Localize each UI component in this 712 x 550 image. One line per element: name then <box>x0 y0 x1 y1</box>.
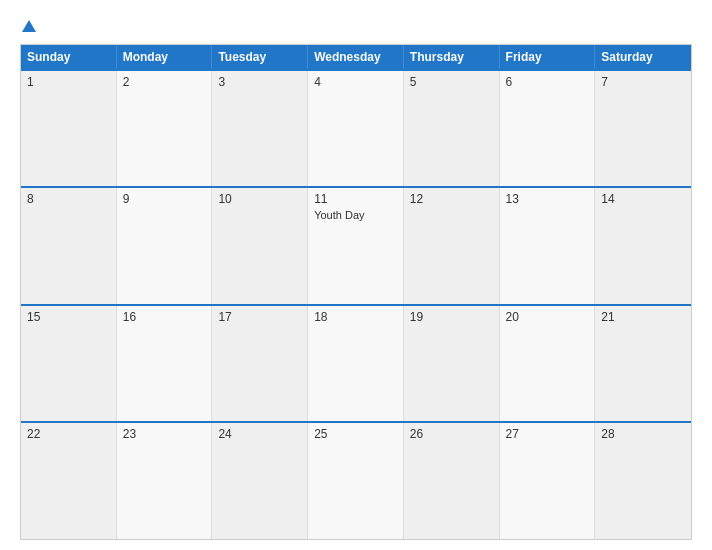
header <box>20 18 692 36</box>
day-cell-21: 21 <box>595 306 691 422</box>
day-cell-7: 7 <box>595 71 691 187</box>
day-cell-15: 15 <box>21 306 117 422</box>
day-cell-10: 10 <box>212 188 308 304</box>
day-number: 3 <box>218 75 301 89</box>
day-header-tuesday: Tuesday <box>212 45 308 69</box>
day-header-wednesday: Wednesday <box>308 45 404 69</box>
day-header-friday: Friday <box>500 45 596 69</box>
day-header-thursday: Thursday <box>404 45 500 69</box>
day-cell-22: 22 <box>21 423 117 539</box>
day-number: 24 <box>218 427 301 441</box>
day-number: 13 <box>506 192 589 206</box>
day-cell-18: 18 <box>308 306 404 422</box>
day-cell-8: 8 <box>21 188 117 304</box>
day-number: 17 <box>218 310 301 324</box>
day-number: 1 <box>27 75 110 89</box>
day-cell-25: 25 <box>308 423 404 539</box>
day-number: 26 <box>410 427 493 441</box>
day-number: 21 <box>601 310 685 324</box>
day-cell-14: 14 <box>595 188 691 304</box>
day-cell-27: 27 <box>500 423 596 539</box>
calendar-page: SundayMondayTuesdayWednesdayThursdayFrid… <box>0 0 712 550</box>
day-cell-12: 12 <box>404 188 500 304</box>
day-number: 28 <box>601 427 685 441</box>
week-row-1: 891011Youth Day121314 <box>21 186 691 304</box>
day-number: 25 <box>314 427 397 441</box>
day-number: 4 <box>314 75 397 89</box>
day-cell-3: 3 <box>212 71 308 187</box>
logo-top <box>20 18 36 36</box>
day-cell-20: 20 <box>500 306 596 422</box>
day-number: 20 <box>506 310 589 324</box>
calendar: SundayMondayTuesdayWednesdayThursdayFrid… <box>20 44 692 540</box>
day-number: 14 <box>601 192 685 206</box>
calendar-header-row: SundayMondayTuesdayWednesdayThursdayFrid… <box>21 45 691 69</box>
day-header-sunday: Sunday <box>21 45 117 69</box>
day-number: 16 <box>123 310 206 324</box>
logo <box>20 18 36 36</box>
day-cell-4: 4 <box>308 71 404 187</box>
day-cell-1: 1 <box>21 71 117 187</box>
day-header-saturday: Saturday <box>595 45 691 69</box>
week-row-0: 1234567 <box>21 69 691 187</box>
day-cell-23: 23 <box>117 423 213 539</box>
day-number: 5 <box>410 75 493 89</box>
day-cell-5: 5 <box>404 71 500 187</box>
day-number: 8 <box>27 192 110 206</box>
day-cell-9: 9 <box>117 188 213 304</box>
day-number: 6 <box>506 75 589 89</box>
day-cell-26: 26 <box>404 423 500 539</box>
event-label: Youth Day <box>314 209 364 221</box>
day-header-monday: Monday <box>117 45 213 69</box>
day-number: 10 <box>218 192 301 206</box>
day-number: 7 <box>601 75 685 89</box>
day-cell-13: 13 <box>500 188 596 304</box>
day-cell-19: 19 <box>404 306 500 422</box>
calendar-body: 1234567891011Youth Day121314151617181920… <box>21 69 691 539</box>
day-number: 19 <box>410 310 493 324</box>
day-number: 12 <box>410 192 493 206</box>
day-number: 27 <box>506 427 589 441</box>
week-row-2: 15161718192021 <box>21 304 691 422</box>
day-cell-11: 11Youth Day <box>308 188 404 304</box>
day-cell-17: 17 <box>212 306 308 422</box>
day-cell-16: 16 <box>117 306 213 422</box>
day-number: 22 <box>27 427 110 441</box>
day-number: 23 <box>123 427 206 441</box>
day-cell-28: 28 <box>595 423 691 539</box>
day-number: 11 <box>314 192 397 206</box>
day-number: 15 <box>27 310 110 324</box>
day-cell-2: 2 <box>117 71 213 187</box>
week-row-3: 22232425262728 <box>21 421 691 539</box>
day-number: 9 <box>123 192 206 206</box>
logo-triangle-icon <box>22 20 36 32</box>
day-number: 18 <box>314 310 397 324</box>
day-cell-6: 6 <box>500 71 596 187</box>
day-cell-24: 24 <box>212 423 308 539</box>
day-number: 2 <box>123 75 206 89</box>
